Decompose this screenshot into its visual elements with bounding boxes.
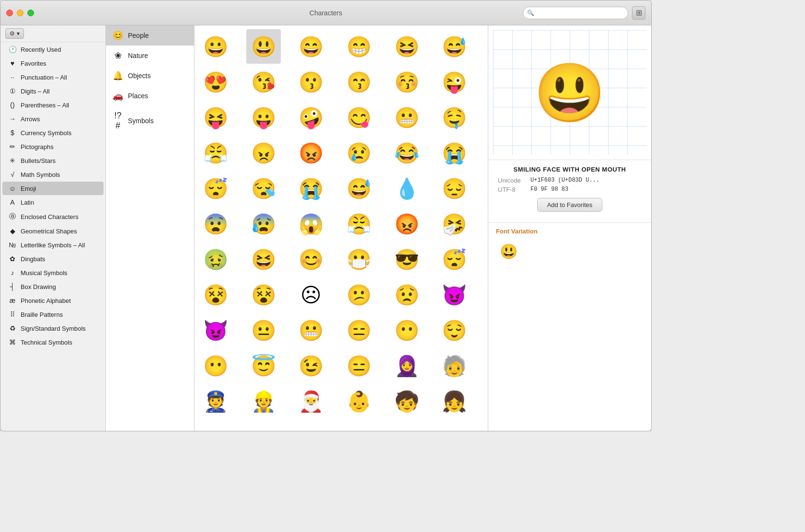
emoji-cell[interactable]: 🎅 — [294, 384, 328, 418]
emoji-cell[interactable]: 😄 — [294, 29, 328, 64]
emoji-cell[interactable]: 😶 — [390, 313, 424, 347]
maximize-button[interactable] — [27, 10, 34, 16]
emoji-cell[interactable]: 😵 — [198, 278, 233, 312]
emoji-cell[interactable]: 😈 — [437, 278, 472, 312]
category-item-symbols[interactable]: !?# Symbols — [106, 106, 194, 136]
emoji-cell[interactable]: 😅 — [342, 171, 376, 206]
emoji-cell[interactable]: 😡 — [390, 207, 424, 241]
emoji-cell[interactable]: 😢 — [342, 136, 376, 170]
emoji-cell[interactable]: 🧓 — [437, 348, 472, 383]
close-button[interactable] — [6, 10, 13, 16]
emoji-cell[interactable]: 😆 — [390, 29, 424, 64]
emoji-cell[interactable]: 😑 — [342, 313, 376, 347]
emoji-cell[interactable]: 🤢 — [198, 242, 233, 277]
emoji-cell[interactable]: 😤 — [342, 207, 376, 241]
emoji-cell[interactable]: 😬 — [390, 100, 424, 135]
settings-button[interactable]: ⚙ ▾ — [5, 28, 24, 39]
sidebar-item-technical[interactable]: ⌘ Technical Symbols — [2, 335, 104, 349]
emoji-cell[interactable]: 😤 — [198, 136, 233, 170]
emoji-cell[interactable]: 😆 — [246, 242, 281, 277]
emoji-cell[interactable]: 😵 — [246, 278, 281, 312]
emoji-cell[interactable]: 🧕 — [390, 348, 424, 383]
category-item-nature[interactable]: ❀ Nature — [106, 46, 194, 66]
emoji-cell[interactable]: 🧒 — [390, 384, 424, 418]
sidebar-item-favorites[interactable]: ♥ Favorites — [2, 57, 104, 70]
emoji-cell[interactable]: ☹ — [294, 278, 328, 312]
emoji-cell[interactable]: 😍 — [198, 65, 233, 99]
emoji-cell[interactable]: 😜 — [437, 65, 472, 99]
emoji-cell[interactable]: 😅 — [437, 29, 472, 64]
emoji-cell[interactable]: 😑 — [342, 348, 376, 383]
add-to-favorites-button[interactable]: Add to Favorites — [537, 198, 603, 212]
emoji-grid-panel[interactable]: 😀😃😄😁😆😅😍😘😗😙😚😜😝😛🤪😋😬🤤😤😠😡😢😂😭😴😪😭😅💧😔😨😰😱😤😡🤧🤢😆😊😷… — [195, 25, 488, 431]
emoji-cell[interactable]: 🤤 — [437, 100, 472, 135]
sidebar-item-letterlike[interactable]: № Letterlike Symbols – All — [2, 238, 104, 252]
sidebar-item-digits[interactable]: ① Digits – All — [2, 84, 104, 98]
search-box[interactable]: 🔍 — [523, 7, 628, 19]
sidebar-item-braille[interactable]: ⠿ Braille Patterns — [2, 308, 104, 321]
sidebar-item-parentheses[interactable]: () Parentheses – All — [2, 98, 104, 112]
emoji-cell[interactable]: 😠 — [246, 136, 281, 170]
sidebar-item-bullets[interactable]: ✳ Bullets/Stars — [2, 154, 104, 167]
emoji-cell[interactable]: 😭 — [294, 171, 328, 206]
emoji-cell[interactable]: 😘 — [246, 65, 281, 99]
emoji-cell[interactable]: 😎 — [390, 242, 424, 277]
emoji-cell[interactable]: 👶 — [342, 384, 376, 418]
emoji-cell[interactable]: 😊 — [294, 242, 328, 277]
emoji-cell[interactable]: 😰 — [246, 207, 281, 241]
emoji-cell[interactable]: 😟 — [390, 278, 424, 312]
emoji-cell[interactable]: 🤧 — [437, 207, 472, 241]
emoji-cell[interactable]: 😕 — [342, 278, 376, 312]
emoji-cell[interactable]: 😂 — [390, 136, 424, 170]
emoji-cell[interactable]: 😚 — [390, 65, 424, 99]
emoji-cell[interactable]: 😔 — [437, 171, 472, 206]
sidebar-item-emoji[interactable]: ☺ Emoji — [2, 182, 104, 195]
emoji-cell[interactable]: 😴 — [437, 242, 472, 277]
search-input[interactable] — [536, 9, 624, 16]
font-variation-item[interactable]: 😃 — [496, 239, 521, 264]
category-item-places[interactable]: 🚗 Places — [106, 86, 194, 106]
emoji-cell[interactable]: 😐 — [246, 313, 281, 347]
emoji-cell[interactable]: 😛 — [246, 100, 281, 135]
emoji-cell[interactable]: 😬 — [294, 313, 328, 347]
sidebar-item-phonetic[interactable]: æ Phonetic Alphabet — [2, 294, 104, 307]
category-item-people[interactable]: 😊 People — [106, 25, 194, 46]
emoji-cell[interactable]: 😷 — [342, 242, 376, 277]
sidebar-item-sign[interactable]: ♻ Sign/Standard Symbols — [2, 322, 104, 335]
emoji-cell[interactable]: 😱 — [294, 207, 328, 241]
sidebar-item-latin[interactable]: A Latin — [2, 196, 104, 209]
emoji-cell[interactable]: 😈 — [198, 313, 233, 347]
sidebar-item-punctuation[interactable]: ·· Punctuation – All — [2, 70, 104, 84]
minimize-button[interactable] — [17, 10, 23, 16]
emoji-cell[interactable]: 😴 — [198, 171, 233, 206]
emoji-cell[interactable]: 😙 — [342, 65, 376, 99]
category-item-objects[interactable]: 🔔 Objects — [106, 66, 194, 86]
emoji-cell[interactable]: 💧 — [390, 171, 424, 206]
sidebar-item-box-drawing[interactable]: ┤ Box Drawing — [2, 280, 104, 293]
emoji-cell[interactable]: 😉 — [294, 348, 328, 383]
emoji-cell[interactable]: 😶 — [198, 348, 233, 383]
sidebar-item-geometrical[interactable]: ◆ Geometrical Shapes — [2, 224, 104, 238]
emoji-cell[interactable]: 😌 — [437, 313, 472, 347]
emoji-cell[interactable]: 😨 — [198, 207, 233, 241]
sidebar-item-currency[interactable]: $ Currency Symbols — [2, 126, 104, 139]
emoji-cell[interactable]: 👧 — [437, 384, 472, 418]
grid-view-button[interactable]: ⊞ — [632, 6, 645, 20]
emoji-cell[interactable]: 🤪 — [294, 100, 328, 135]
emoji-cell[interactable]: 😁 — [342, 29, 376, 64]
emoji-cell[interactable]: 😡 — [294, 136, 328, 170]
sidebar-item-arrows[interactable]: → Arrows — [2, 112, 104, 126]
sidebar-item-enclosed[interactable]: ⓐ Enclosed Characters — [2, 209, 104, 224]
sidebar-item-recently-used[interactable]: 🕐 Recently Used — [2, 43, 104, 56]
sidebar-item-musical[interactable]: ♪ Musical Symbols — [2, 266, 104, 279]
emoji-cell[interactable]: 👮 — [198, 384, 233, 418]
emoji-cell[interactable]: 👷 — [246, 384, 281, 418]
sidebar-item-math[interactable]: √ Math Symbols — [2, 168, 104, 181]
emoji-cell[interactable]: 😗 — [294, 65, 328, 99]
emoji-cell[interactable]: 😝 — [198, 100, 233, 135]
sidebar-item-dingbats[interactable]: ✿ Dingbats — [2, 252, 104, 266]
emoji-cell[interactable]: 😪 — [246, 171, 281, 206]
emoji-cell[interactable]: 😇 — [246, 348, 281, 383]
sidebar-item-pictographs[interactable]: ✏ Pictographs — [2, 140, 104, 153]
emoji-cell[interactable]: 😃 — [246, 29, 281, 64]
